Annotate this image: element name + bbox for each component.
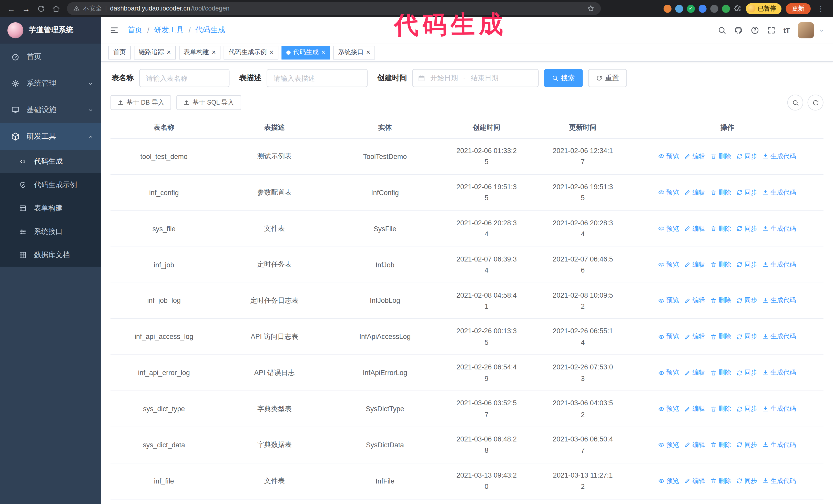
browser-home-icon[interactable]	[49, 2, 63, 16]
help-icon[interactable]	[751, 26, 759, 34]
row-action-sync[interactable]: 同步	[736, 188, 757, 197]
row-action-preview[interactable]: 预览	[659, 188, 679, 197]
row-action-preview[interactable]: 预览	[659, 368, 679, 377]
row-action-preview[interactable]: 预览	[659, 332, 679, 341]
row-action-preview[interactable]: 预览	[659, 440, 679, 449]
row-action-preview[interactable]: 预览	[659, 260, 679, 269]
row-action-sync[interactable]: 同步	[736, 477, 757, 485]
extension-leaf-icon[interactable]	[722, 5, 730, 13]
refresh-table-button[interactable]	[808, 95, 824, 111]
row-action-edit[interactable]: 编辑	[684, 224, 705, 233]
browser-menu-icon[interactable]: ⋮	[815, 4, 827, 13]
extension-blue-icon[interactable]	[675, 5, 683, 13]
sidebar-item-system-management[interactable]: 系统管理	[0, 70, 101, 97]
breadcrumb-item[interactable]: 研发工具	[154, 25, 184, 35]
close-icon[interactable]: ×	[212, 49, 216, 56]
row-action-generate[interactable]: 生成代码	[763, 296, 796, 305]
tab-codegen[interactable]: 代码生成×	[281, 45, 330, 59]
row-action-sync[interactable]: 同步	[736, 404, 757, 413]
sidebar-item-form-builder[interactable]: 表单构建	[0, 197, 101, 220]
close-icon[interactable]: ×	[366, 49, 371, 56]
browser-back-icon[interactable]: ←	[4, 2, 18, 16]
row-action-edit[interactable]: 编辑	[684, 296, 705, 305]
github-icon[interactable]	[734, 26, 742, 34]
row-action-generate[interactable]: 生成代码	[763, 152, 796, 161]
sidebar-item-code-generation-example[interactable]: 代码生成示例	[0, 173, 101, 197]
row-action-sync[interactable]: 同步	[736, 260, 757, 269]
row-action-sync[interactable]: 同步	[736, 368, 757, 377]
table-desc-input[interactable]	[266, 69, 367, 87]
browser-forward-icon[interactable]: →	[19, 2, 33, 16]
row-action-edit[interactable]: 编辑	[684, 477, 705, 485]
row-action-edit[interactable]: 编辑	[684, 152, 705, 161]
user-avatar[interactable]	[798, 22, 814, 38]
reset-button[interactable]: 重置	[588, 69, 627, 87]
row-action-delete[interactable]: 删除	[711, 152, 731, 161]
close-icon[interactable]: ×	[269, 49, 273, 56]
breadcrumb-item[interactable]: 首页	[127, 25, 142, 35]
tab-system-api[interactable]: 系统接口×	[333, 45, 375, 59]
extension-green-check-icon[interactable]: ✓	[687, 5, 695, 13]
toggle-search-button[interactable]	[787, 95, 803, 111]
sidebar-item-code-generation[interactable]: 代码生成	[0, 150, 101, 173]
row-action-generate[interactable]: 生成代码	[763, 332, 796, 341]
import-sql-button[interactable]: 基于 SQL 导入	[176, 95, 241, 110]
breadcrumb-item[interactable]: 代码生成	[195, 25, 225, 35]
row-action-delete[interactable]: 删除	[711, 440, 731, 449]
row-action-delete[interactable]: 删除	[711, 260, 731, 269]
row-action-edit[interactable]: 编辑	[684, 260, 705, 269]
font-size-icon[interactable]: tT	[784, 27, 790, 34]
import-db-button[interactable]: 基于 DB 导入	[111, 95, 171, 110]
row-action-delete[interactable]: 删除	[711, 224, 731, 233]
address-bar[interactable]: 不安全 | dashboard.yudao.iocoder.cn /tool/c…	[67, 2, 601, 15]
close-icon[interactable]: ×	[167, 49, 171, 56]
row-action-edit[interactable]: 编辑	[684, 368, 705, 377]
browser-reload-icon[interactable]	[34, 2, 48, 16]
row-action-generate[interactable]: 生成代码	[763, 188, 796, 197]
search-button[interactable]: 搜索	[544, 69, 582, 87]
row-action-sync[interactable]: 同步	[736, 296, 757, 305]
row-action-generate[interactable]: 生成代码	[763, 368, 796, 377]
row-action-generate[interactable]: 生成代码	[763, 260, 796, 269]
row-action-preview[interactable]: 预览	[659, 296, 679, 305]
hamburger-icon[interactable]	[110, 25, 119, 35]
search-icon[interactable]	[718, 26, 726, 34]
puzzle-icon[interactable]	[733, 5, 741, 13]
row-action-sync[interactable]: 同步	[736, 152, 757, 161]
tab-form-builder[interactable]: 表单构建×	[179, 45, 221, 59]
extension-people-icon[interactable]	[698, 5, 706, 13]
row-action-generate[interactable]: 生成代码	[763, 224, 796, 233]
row-action-edit[interactable]: 编辑	[684, 332, 705, 341]
sidebar-item-home[interactable]: 首页	[0, 44, 101, 70]
row-action-delete[interactable]: 删除	[711, 296, 731, 305]
sidebar-item-dev-tools[interactable]: 研发工具	[0, 123, 101, 150]
security-label[interactable]: 不安全	[83, 4, 102, 13]
tab-home[interactable]: 首页	[109, 45, 131, 59]
row-action-edit[interactable]: 编辑	[684, 404, 705, 413]
row-action-preview[interactable]: 预览	[659, 152, 679, 161]
close-icon[interactable]: ×	[322, 49, 326, 56]
row-action-delete[interactable]: 删除	[711, 368, 731, 377]
row-action-delete[interactable]: 删除	[711, 404, 731, 413]
table-name-input[interactable]	[139, 69, 230, 87]
row-action-delete[interactable]: 删除	[711, 477, 731, 485]
row-action-generate[interactable]: 生成代码	[763, 477, 796, 485]
row-action-preview[interactable]: 预览	[659, 477, 679, 485]
row-action-delete[interactable]: 删除	[711, 188, 731, 197]
tab-trace[interactable]: 链路追踪×	[134, 45, 175, 59]
extension-gray-icon[interactable]	[710, 5, 718, 13]
row-action-generate[interactable]: 生成代码	[763, 404, 796, 413]
create-time-range-picker[interactable]: 开始日期 - 结束日期	[412, 69, 539, 87]
row-action-edit[interactable]: 编辑	[684, 188, 705, 197]
bookmark-star-icon[interactable]	[587, 5, 594, 12]
sidebar-item-system-api[interactable]: 系统接口	[0, 220, 101, 243]
sidebar-item-database-doc[interactable]: 数据库文档	[0, 243, 101, 267]
row-action-preview[interactable]: 预览	[659, 404, 679, 413]
browser-update-button[interactable]: 更新	[786, 3, 811, 14]
row-action-sync[interactable]: 同步	[736, 332, 757, 341]
sidebar-item-infrastructure[interactable]: 基础设施	[0, 97, 101, 123]
extension-orange-icon[interactable]	[663, 5, 671, 13]
row-action-sync[interactable]: 同步	[736, 224, 757, 233]
row-action-sync[interactable]: 同步	[736, 440, 757, 449]
row-action-generate[interactable]: 生成代码	[763, 440, 796, 449]
